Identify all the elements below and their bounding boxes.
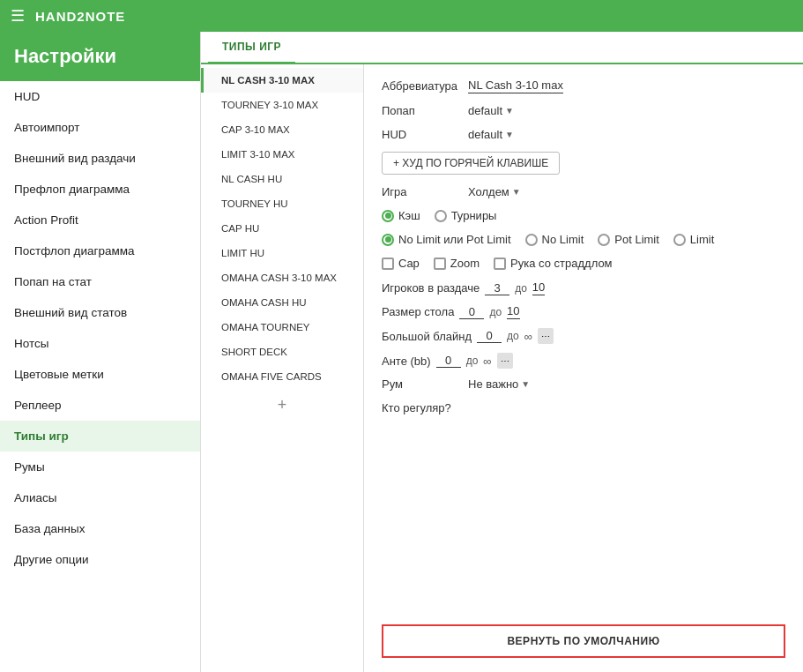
- popup-row: Попап default ▼: [382, 104, 785, 117]
- game-list-item-cap-310[interactable]: CAP 3-10 MAX: [201, 117, 363, 142]
- big-blind-to-value: ∞: [524, 330, 532, 343]
- game-list-item-short-deck[interactable]: SHORT DECK: [201, 340, 363, 364]
- popup-value: default: [468, 104, 502, 117]
- players-row: Игроков в раздаче до 10: [382, 280, 785, 295]
- game-list-item-cap-hu[interactable]: CAP HU: [201, 216, 363, 241]
- game-list-item-omaha-cash-310[interactable]: OMAHA CASH 3-10 MAX: [201, 265, 363, 290]
- checkbox-straddle[interactable]: Рука со страддлом: [494, 257, 612, 270]
- radio-pot-limit-label: Pot Limit: [614, 233, 659, 246]
- app-title: HAND2NOTE: [35, 9, 125, 24]
- game-list-item-limit-hu[interactable]: LIMIT HU: [201, 241, 363, 265]
- checkbox-cap-label: Cap: [398, 257, 420, 270]
- big-blind-from-input[interactable]: [477, 329, 502, 343]
- add-hud-button[interactable]: + ХУД ПО ГОРЯЧЕЙ КЛАВИШЕ: [382, 152, 560, 175]
- players-do-label: до: [515, 282, 527, 295]
- room-row: Рум Не важно ▼: [382, 377, 785, 391]
- game-dropdown-arrow: ▼: [512, 187, 521, 197]
- settings-panel: Аббревиатура NL Cash 3-10 max Попап defa…: [364, 64, 803, 672]
- ante-options-button[interactable]: ⋯: [497, 353, 513, 369]
- who-regular-row: Кто регуляр?: [382, 401, 785, 414]
- players-label: Игроков в раздаче: [382, 281, 480, 295]
- radio-cash[interactable]: Кэш: [382, 209, 420, 222]
- sidebar-item-action-profit[interactable]: Action Profit: [0, 205, 200, 235]
- ante-do-label: до: [466, 355, 479, 367]
- big-blind-options-button[interactable]: ⋯: [538, 328, 554, 344]
- table-size-row: Размер стола до 10: [382, 304, 785, 319]
- sidebar-item-aliases[interactable]: Алиасы: [0, 482, 200, 513]
- ante-row: Анте (bb) до ∞ ⋯: [382, 353, 785, 369]
- menu-icon[interactable]: ☰: [11, 6, 25, 26]
- game-list-item-tourney-hu[interactable]: TOURNEY HU: [201, 191, 363, 216]
- radio-limit[interactable]: Limit: [673, 233, 714, 246]
- game-list-item-nl-cash-hu[interactable]: NL CASH HU: [201, 167, 363, 191]
- hud-dropdown-arrow: ▼: [505, 130, 514, 139]
- room-dropdown[interactable]: Не важно ▼: [468, 377, 530, 391]
- hud-dropdown[interactable]: default ▼: [468, 128, 514, 141]
- who-regular-label: Кто регуляр?: [382, 401, 461, 414]
- ante-label: Анте (bb): [382, 355, 431, 368]
- sidebar-item-replayer[interactable]: Реплеер: [0, 390, 200, 421]
- table-from-input[interactable]: [459, 305, 484, 319]
- game-list-item-omaha-tourney[interactable]: OMAHA TOURNEY: [201, 315, 363, 340]
- abbreviation-label: Аббревиатура: [382, 79, 461, 93]
- radio-tourney-label: Турниры: [451, 209, 497, 222]
- radio-no-limit[interactable]: No Limit: [525, 233, 584, 246]
- checkbox-straddle-label: Рука со страддлом: [510, 257, 612, 270]
- game-list-item-nl-cash-310[interactable]: NL CASH 3-10 MAX: [201, 68, 363, 93]
- popup-dropdown[interactable]: default ▼: [468, 104, 514, 117]
- hud-value: default: [468, 128, 502, 141]
- radio-pot-limit[interactable]: Pot Limit: [598, 233, 659, 246]
- sidebar-item-database[interactable]: База данных: [0, 513, 200, 544]
- big-blind-label: Большой блайнд: [382, 330, 472, 343]
- game-list-item-omaha-cash-hu[interactable]: OMAHA CASH HU: [201, 290, 363, 315]
- add-game-type-button[interactable]: +: [201, 389, 363, 422]
- ante-from-input[interactable]: [436, 354, 461, 368]
- sidebar-item-popup-stat[interactable]: Попап на стат: [0, 266, 200, 297]
- checkbox-zoom[interactable]: Zoom: [434, 257, 480, 270]
- top-bar: ☰ HAND2NOTE: [0, 0, 803, 32]
- sidebar-item-notes[interactable]: Нотсы: [0, 328, 200, 359]
- game-list-item-tourney-310[interactable]: TOURNEY 3-10 MAX: [201, 93, 363, 117]
- sidebar-item-hud[interactable]: HUD: [0, 81, 200, 112]
- cash-tourney-group: Кэш Турниры: [382, 209, 785, 222]
- sidebar-item-color-marks[interactable]: Цветовые метки: [0, 359, 200, 390]
- tab-game-types[interactable]: ТИПЫ ИГР: [208, 32, 295, 64]
- reset-button[interactable]: ВЕРНУТЬ ПО УМОЛЧАНИЮ: [382, 624, 785, 658]
- sidebar: Настройки HUD Автоимпорт Внешний вид раз…: [0, 32, 201, 672]
- game-dropdown[interactable]: Холдем ▼: [468, 185, 521, 198]
- sidebar-item-game-types[interactable]: Типы игр: [0, 421, 200, 452]
- room-value: Не важно: [468, 377, 518, 391]
- radio-tourney-circle: [435, 210, 447, 222]
- table-do-label: до: [489, 306, 502, 318]
- inner-layout: NL CASH 3-10 MAX TOURNEY 3-10 MAX CAP 3-…: [201, 64, 803, 672]
- sidebar-item-other[interactable]: Другие опции: [0, 544, 200, 575]
- radio-cash-label: Кэш: [398, 209, 420, 222]
- sidebar-item-postflop[interactable]: Постфлоп диаграмма: [0, 235, 200, 266]
- room-dropdown-arrow: ▼: [521, 379, 530, 389]
- sidebar-item-preflop[interactable]: Префлоп диаграмма: [0, 174, 200, 205]
- sidebar-item-hand-view[interactable]: Внешний вид раздачи: [0, 143, 200, 174]
- popup-dropdown-arrow: ▼: [505, 106, 514, 116]
- checkbox-cap[interactable]: Cap: [382, 257, 420, 270]
- radio-cash-circle: [382, 210, 394, 222]
- table-size-label: Размер стола: [382, 305, 454, 318]
- checkbox-zoom-box: [434, 258, 446, 270]
- sidebar-item-stat-view[interactable]: Внешний вид статов: [0, 297, 200, 328]
- checkbox-straddle-box: [494, 258, 506, 270]
- main-layout: Настройки HUD Автоимпорт Внешний вид раз…: [0, 32, 803, 672]
- sidebar-header: Настройки: [0, 32, 200, 81]
- game-list: NL CASH 3-10 MAX TOURNEY 3-10 MAX CAP 3-…: [201, 64, 364, 672]
- radio-no-limit-pot-circle: [382, 234, 394, 246]
- radio-limit-label: Limit: [690, 233, 714, 246]
- checkbox-group: Cap Zoom Рука со страддлом: [382, 257, 785, 270]
- sidebar-item-rooms[interactable]: Румы: [0, 452, 200, 482]
- game-list-item-limit-310[interactable]: LIMIT 3-10 MAX: [201, 142, 363, 167]
- radio-no-limit-label: No Limit: [542, 233, 584, 246]
- big-blind-row: Большой блайнд до ∞ ⋯: [382, 328, 785, 344]
- radio-no-limit-pot[interactable]: No Limit или Pot Limit: [382, 233, 511, 246]
- game-list-item-omaha-five[interactable]: OMAHA FIVE CARDS: [201, 364, 363, 389]
- radio-tourney[interactable]: Турниры: [435, 209, 497, 222]
- sidebar-item-autoimport[interactable]: Автоимпорт: [0, 112, 200, 143]
- players-from-input[interactable]: [485, 281, 509, 295]
- room-label: Рум: [382, 377, 461, 391]
